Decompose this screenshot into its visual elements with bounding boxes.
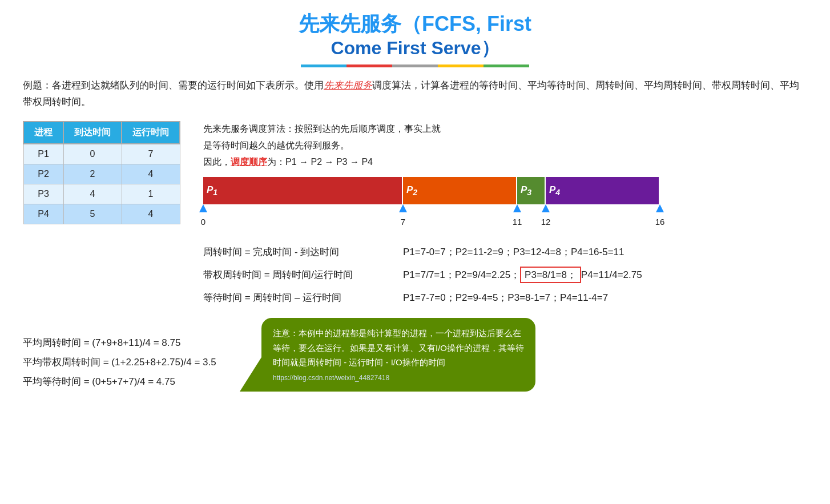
table-cell: P4: [23, 204, 63, 224]
title-line1: 先来先服务（FCFS, First: [23, 11, 807, 36]
gantt-segment: P2: [403, 177, 517, 204]
weighted-row: 带权周转时间 = 周转时间/运行时间 P1=7/7=1；P2=9/4=2.25；…: [203, 267, 807, 283]
timeline-label: 16: [655, 217, 665, 227]
table-cell: 2: [63, 164, 122, 184]
table-cell: 7: [122, 144, 180, 164]
col-header-run: 运行时间: [122, 122, 180, 144]
content-row: 进程 到达时间 运行时间 P107P224P341P454 先来先服务调度算法：…: [23, 121, 807, 312]
gantt-arrow: [199, 204, 207, 212]
highlight-algorithm: 先来先服务: [324, 80, 372, 91]
avg-wait: 平均等待时间 = (0+5+7+7)/4 = 4.75: [23, 372, 223, 392]
underline-green: [484, 64, 529, 67]
process-table: 进程 到达时间 运行时间 P107P224P341P454: [23, 121, 180, 224]
gantt-segment: P3: [517, 177, 546, 204]
calc-section: 周转时间 = 完成时间 - 到达时间 P1=7-0=7；P2=11-2=9；P3…: [203, 245, 807, 304]
turnaround-values: P1=7-0=7；P2=11-2=9；P3=12-4=8；P4=16-5=11: [403, 245, 624, 259]
avg-turnaround: 平均周转时间 = (7+9+8+11)/4 = 8.75: [23, 333, 223, 353]
gantt-bar: P1P2P3P4: [203, 177, 807, 204]
title-underline: [23, 64, 807, 67]
col-header-arrival: 到达时间: [63, 122, 122, 144]
weighted-label: 带权周转时间 = 周转时间/运行时间: [203, 268, 386, 281]
weighted-part3: P4=11/4=2.75: [581, 269, 642, 280]
table-cell: P2: [23, 164, 63, 184]
table-cell: 0: [63, 144, 122, 164]
desc-line2: 是等待时间越久的越优先得到服务。: [203, 138, 807, 154]
note-url: https://blog.csdn.net/weixin_44827418: [273, 372, 524, 384]
gantt-arrows: [203, 204, 660, 217]
timeline-label: 0: [201, 217, 206, 227]
table-cell: 4: [63, 184, 122, 204]
desc-line1: 先来先服务调度算法：按照到达的先后顺序调度，事实上就: [203, 121, 807, 138]
gantt-arrow: [513, 204, 521, 212]
table-cell: P3: [23, 184, 63, 204]
underline-gray: [392, 64, 438, 67]
col-header-process: 进程: [23, 122, 63, 144]
wait-label: 等待时间 = 周转时间 – 运行时间: [203, 291, 386, 304]
underline-blue: [301, 64, 346, 67]
averages-section: 平均周转时间 = (7+9+8+11)/4 = 8.75 平均带权周转时间 = …: [23, 333, 223, 392]
desc-line3: 因此，调度顺序为：P1 → P2 → P3 → P4: [203, 154, 807, 171]
gantt-segment: P4: [546, 177, 660, 204]
gantt-timeline: 07111216: [203, 217, 671, 229]
title-line2: Come First Serve）: [23, 36, 807, 61]
gantt-chart: P1P2P3P407111216: [203, 177, 807, 229]
timeline-label: 7: [401, 217, 405, 227]
table-cell: 4: [122, 204, 180, 224]
wait-row: 等待时间 = 周转时间 – 运行时间 P1=7-7=0；P2=9-4=5；P3=…: [203, 291, 807, 304]
underline-red: [346, 64, 392, 67]
table-section: 进程 到达时间 运行时间 P107P224P341P454: [23, 121, 180, 224]
gantt-arrow: [542, 204, 550, 212]
table-cell: 1: [122, 184, 180, 204]
gantt-arrow: [656, 204, 664, 212]
highlight-order: 调度顺序: [231, 157, 267, 167]
bottom-section: 平均周转时间 = (7+9+8+11)/4 = 8.75 平均带权周转时间 = …: [23, 318, 807, 392]
gantt-segment: P1: [203, 177, 403, 204]
gantt-arrow: [399, 204, 407, 212]
table-cell: P1: [23, 144, 63, 164]
underline-yellow: [438, 64, 484, 67]
note-bubble: 注意：本例中的进程都是纯计算型的进程，一个进程到达后要么在等待，要么在运行。如果…: [261, 318, 535, 392]
wait-values: P1=7-7=0；P2=9-4=5；P3=8-1=7；P4=11-4=7: [403, 291, 608, 304]
table-cell: 5: [63, 204, 122, 224]
avg-weighted: 平均带权周转时间 = (1+2.25+8+2.75)/4 = 3.5: [23, 353, 223, 372]
table-cell: 4: [122, 164, 180, 184]
note-text: 注意：本例中的进程都是纯计算型的进程，一个进程到达后要么在等待，要么在运行。如果…: [273, 328, 524, 367]
schedule-description: 先来先服务调度算法：按照到达的先后顺序调度，事实上就 是等待时间越久的越优先得到…: [203, 121, 807, 170]
page-wrapper: 先来先服务（FCFS, First Come First Serve） 例题：各…: [23, 11, 807, 392]
bubble-arrow-shape: [240, 357, 261, 392]
title-section: 先来先服务（FCFS, First Come First Serve）: [23, 11, 807, 67]
turnaround-label: 周转时间 = 完成时间 - 到达时间: [203, 245, 386, 259]
weighted-values: P1=7/7=1；P2=9/4=2.25；P3=8/1=8；P4=11/4=2.…: [403, 267, 642, 283]
example-text: 例题：各进程到达就绪队列的时间、需要的运行时间如下表所示。使用先来先服务调度算法…: [23, 78, 807, 111]
right-section: 先来先服务调度算法：按照到达的先后顺序调度，事实上就 是等待时间越久的越优先得到…: [203, 121, 807, 312]
weighted-part1: P1=7/7=1；P2=9/4=2.25；: [403, 269, 520, 280]
timeline-label: 12: [541, 217, 551, 227]
timeline-label: 11: [513, 217, 522, 227]
weighted-boxed: P3=8/1=8；: [520, 267, 581, 283]
turnaround-row: 周转时间 = 完成时间 - 到达时间 P1=7-0=7；P2=11-2=9；P3…: [203, 245, 807, 259]
